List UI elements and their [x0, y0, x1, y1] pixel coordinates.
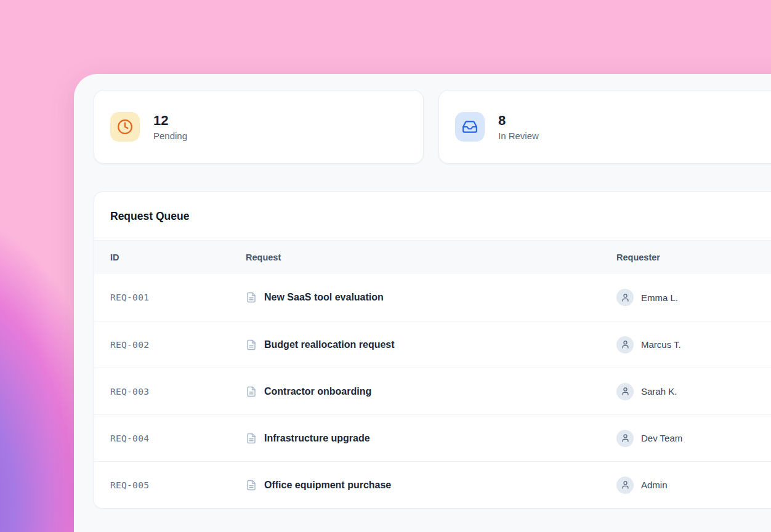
- column-header-id: ID: [110, 252, 246, 262]
- avatar: [616, 383, 634, 400]
- pending-label: Pending: [153, 131, 187, 141]
- request-title: New SaaS tool evaluation: [264, 292, 384, 303]
- user-icon: [621, 387, 630, 396]
- requester-cell: Admin: [616, 477, 771, 494]
- in-review-label: In Review: [498, 131, 539, 141]
- request-id: REQ-001: [110, 292, 246, 302]
- inbox-icon: [455, 112, 485, 142]
- column-header-requester: Requester: [616, 252, 771, 262]
- avatar: [616, 289, 634, 306]
- request-title: Contractor onboarding: [264, 386, 371, 397]
- stats-row: 12 Pending 8 In Review: [94, 90, 771, 164]
- request-cell: Infrastructure upgrade: [246, 433, 616, 444]
- table-row[interactable]: REQ-002 Budget reallocation request Marc…: [94, 321, 771, 368]
- user-icon: [621, 480, 630, 490]
- requester-cell: Marcus T.: [616, 336, 771, 353]
- request-title: Office equipment purchase: [264, 480, 391, 491]
- requester-cell: Sarah K.: [616, 383, 771, 400]
- user-icon: [621, 433, 630, 443]
- table-body: REQ-001 New SaaS tool evaluation Emma L.…: [94, 274, 771, 508]
- request-id: REQ-002: [110, 340, 246, 350]
- main-panel: 12 Pending 8 In Review Request Queue: [74, 74, 771, 532]
- request-cell: Office equipment purchase: [246, 480, 616, 491]
- requester-name: Dev Team: [641, 433, 682, 443]
- table-row[interactable]: REQ-001 New SaaS tool evaluation Emma L.: [94, 274, 771, 321]
- request-id: REQ-003: [110, 387, 246, 397]
- requester-name: Admin: [641, 480, 668, 490]
- table-title: Request Queue: [94, 192, 771, 241]
- avatar: [616, 430, 634, 447]
- table-header-row: ID Request Requester: [94, 241, 771, 274]
- page-background: 12 Pending 8 In Review Request Queue: [0, 0, 771, 532]
- table-row[interactable]: REQ-004 Infrastructure upgrade Dev Team: [94, 414, 771, 461]
- pending-count: 12: [153, 113, 187, 129]
- request-cell: Budget reallocation request: [246, 339, 616, 350]
- file-text-icon: [246, 386, 257, 397]
- file-text-icon: [246, 292, 257, 303]
- clock-icon: [110, 112, 140, 142]
- request-cell: New SaaS tool evaluation: [246, 292, 616, 303]
- request-id: REQ-005: [110, 480, 246, 490]
- user-icon: [621, 340, 630, 349]
- requester-name: Marcus T.: [641, 339, 681, 350]
- user-icon: [621, 293, 630, 302]
- requester-name: Emma L.: [641, 292, 678, 303]
- file-text-icon: [246, 339, 257, 350]
- avatar: [616, 477, 634, 494]
- stat-text-in-review: 8 In Review: [498, 113, 539, 141]
- request-id: REQ-004: [110, 433, 246, 443]
- file-text-icon: [246, 433, 257, 444]
- requester-cell: Emma L.: [616, 289, 771, 306]
- request-title: Infrastructure upgrade: [264, 433, 370, 444]
- request-cell: Contractor onboarding: [246, 386, 616, 397]
- stat-card-in-review: 8 In Review: [438, 90, 771, 164]
- table-row[interactable]: REQ-005 Office equipment purchase Admin: [94, 461, 771, 508]
- avatar: [616, 336, 634, 353]
- requester-cell: Dev Team: [616, 430, 771, 447]
- requester-name: Sarah K.: [641, 386, 677, 397]
- request-queue-card: Request Queue ID Request Requester REQ-0…: [94, 191, 771, 509]
- in-review-count: 8: [498, 113, 539, 129]
- request-title: Budget reallocation request: [264, 339, 395, 350]
- stat-card-pending: 12 Pending: [94, 90, 424, 164]
- file-text-icon: [246, 480, 257, 491]
- table-row[interactable]: REQ-003 Contractor onboarding Sarah K.: [94, 368, 771, 414]
- column-header-request: Request: [246, 252, 616, 262]
- stat-text-pending: 12 Pending: [153, 113, 187, 141]
